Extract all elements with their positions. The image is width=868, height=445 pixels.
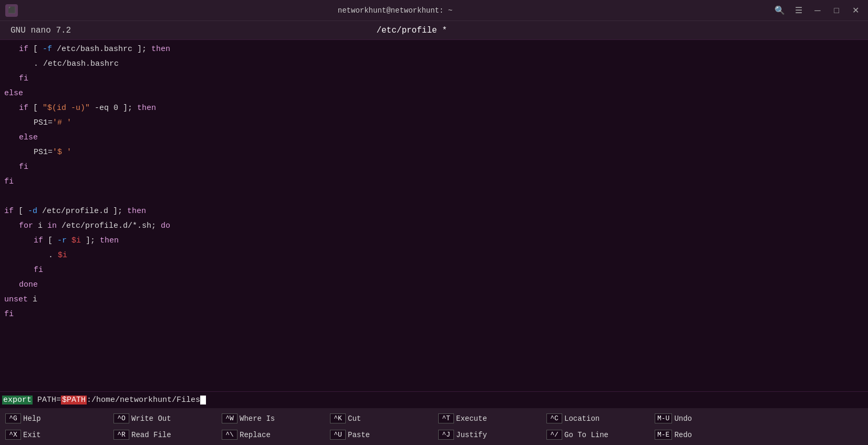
code-line-10: fi — [0, 175, 868, 189]
command-input-area: export PATH= $PATH :/home/networkhunt/Fi… — [0, 396, 868, 404]
key-cg: ^G — [5, 413, 21, 423]
code-line-9: fi — [0, 160, 868, 175]
label-location: Location — [564, 414, 600, 423]
label-justify: Justify — [456, 431, 487, 439]
cursor — [200, 396, 206, 404]
key-me: M-E — [655, 430, 672, 440]
code-line-13: if [ -r $i ]; then — [0, 234, 868, 248]
shortcut-row-1: ^G Help ^O Write Out ^W Where Is ^K Cut … — [0, 411, 868, 426]
shortcut-replace[interactable]: ^\ Replace — [216, 430, 325, 440]
label-read-file: Read File — [131, 431, 171, 439]
label-help: Help — [23, 414, 41, 423]
title-bar-controls: 🔍 ☰ ─ □ ✕ — [772, 3, 863, 18]
key-cr: ^R — [113, 430, 129, 440]
path-rest: :/home/networkhunt/Files — [87, 396, 200, 404]
label-go-to-line: Go To Line — [564, 431, 608, 439]
shortcut-read-file[interactable]: ^R Read File — [108, 430, 216, 440]
label-cut: Cut — [348, 414, 361, 423]
label-paste: Paste — [348, 431, 370, 439]
export-keyword: export — [2, 396, 33, 404]
code-line-5: if [ "$(id -u)" -eq 0 ]; then — [0, 101, 868, 116]
code-line-8: PS1='$ ' — [0, 145, 868, 160]
key-co: ^O — [113, 413, 129, 423]
code-line-18: fi — [0, 307, 868, 322]
code-line-17: unset i — [0, 292, 868, 307]
search-button[interactable]: 🔍 — [772, 3, 787, 18]
label-redo: Redo — [674, 431, 692, 439]
code-line-15: fi — [0, 263, 868, 278]
app-icon: ⬛ — [5, 4, 18, 17]
shortcut-go-to-line[interactable]: ^/ Go To Line — [541, 430, 649, 440]
key-mu: M-U — [655, 413, 672, 423]
window-title: networkhunt@networkhunt: ~ — [338, 6, 452, 15]
title-bar: ⬛ networkhunt@networkhunt: ~ 🔍 ☰ ─ □ ✕ — [0, 0, 868, 21]
key-ct: ^T — [438, 413, 454, 423]
shortcut-redo[interactable]: M-E Redo — [649, 430, 758, 440]
label-exit: Exit — [23, 431, 41, 439]
nano-header: GNU nano 7.2 /etc/profile * — [0, 21, 868, 40]
code-line-11: if [ -d /etc/profile.d ]; then — [0, 204, 868, 219]
code-line-16: done — [0, 278, 868, 292]
path-eq: PATH= — [33, 396, 61, 404]
minimize-button[interactable]: ─ — [810, 3, 825, 18]
menu-button[interactable]: ☰ — [791, 3, 806, 18]
shortcut-execute[interactable]: ^T Execute — [433, 413, 541, 423]
label-write-out: Write Out — [131, 414, 171, 423]
code-line-blank — [0, 189, 868, 204]
label-replace: Replace — [240, 431, 271, 439]
key-slash: ^/ — [546, 430, 562, 440]
command-line[interactable]: export PATH= $PATH :/home/networkhunt/Fi… — [0, 391, 868, 408]
key-cj: ^J — [438, 430, 454, 440]
nano-version: GNU nano 7.2 — [11, 26, 71, 35]
code-editor[interactable]: if [ -f /etc/bash.bashrc ]; then . /etc/… — [0, 40, 868, 391]
key-cx: ^X — [5, 430, 21, 440]
key-cu: ^U — [330, 430, 346, 440]
shortcut-row-2: ^X Exit ^R Read File ^\ Replace ^U Paste… — [0, 428, 868, 442]
shortcut-help[interactable]: ^G Help — [0, 413, 108, 423]
label-execute: Execute — [456, 414, 487, 423]
key-backslash: ^\ — [222, 430, 237, 440]
shortcut-cut[interactable]: ^K Cut — [325, 413, 433, 423]
code-line-4: else — [0, 86, 868, 101]
key-cc: ^C — [546, 413, 562, 423]
title-bar-left: ⬛ — [5, 4, 18, 17]
key-cw: ^W — [222, 413, 237, 423]
code-line-1: if [ -f /etc/bash.bashrc ]; then — [0, 42, 868, 57]
shortcut-where-is[interactable]: ^W Where Is — [216, 413, 325, 423]
label-undo: Undo — [674, 414, 692, 423]
shortcuts-bar: ^G Help ^O Write Out ^W Where Is ^K Cut … — [0, 408, 868, 445]
shortcut-exit[interactable]: ^X Exit — [0, 430, 108, 440]
code-line-3: fi — [0, 72, 868, 86]
shortcut-paste[interactable]: ^U Paste — [325, 430, 433, 440]
code-line-2: . /etc/bash.bashrc — [0, 57, 868, 72]
shortcut-undo[interactable]: M-U Undo — [649, 413, 758, 423]
label-where-is: Where Is — [240, 414, 275, 423]
code-line-7: else — [0, 130, 868, 145]
shortcut-write-out[interactable]: ^O Write Out — [108, 413, 216, 423]
maximize-button[interactable]: □ — [829, 3, 844, 18]
code-line-12: for i in /etc/profile.d/*.sh; do — [0, 219, 868, 234]
nano-filename: /etc/profile * — [376, 26, 447, 35]
key-ck: ^K — [330, 413, 346, 423]
code-line-14: . $i — [0, 248, 868, 263]
shortcut-location[interactable]: ^C Location — [541, 413, 649, 423]
code-line-6: PS1='# ' — [0, 116, 868, 130]
shortcut-justify[interactable]: ^J Justify — [433, 430, 541, 440]
close-button[interactable]: ✕ — [848, 3, 863, 18]
path-var: $PATH — [61, 396, 87, 404]
